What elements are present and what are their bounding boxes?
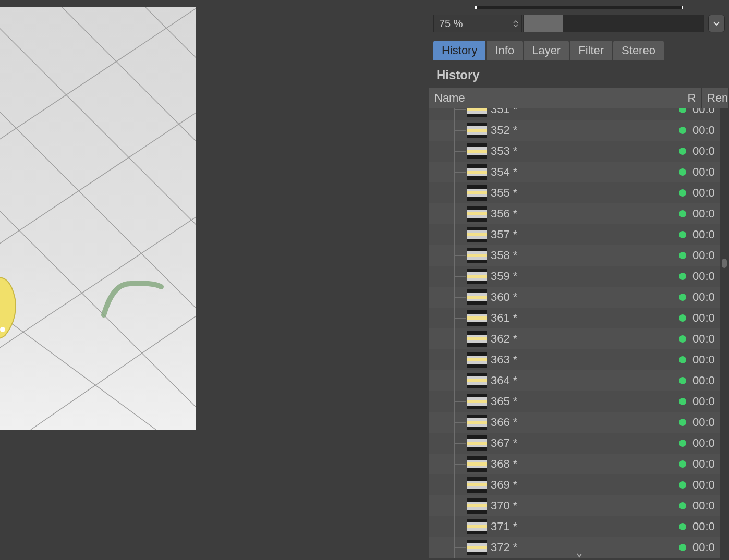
zoom-spinner[interactable] xyxy=(513,20,518,27)
tab-layer[interactable]: Layer xyxy=(524,41,569,60)
tree-lines xyxy=(429,224,467,245)
tree-lines xyxy=(429,495,467,516)
frame-name: 366 * xyxy=(490,416,673,429)
history-row[interactable]: 369 *00:0 xyxy=(429,474,720,495)
tree-lines xyxy=(429,474,467,495)
render-viewport[interactable] xyxy=(0,0,429,560)
history-row[interactable]: 355 *00:0 xyxy=(429,182,720,203)
zoom-slider[interactable] xyxy=(523,15,704,32)
tab-bar: History Info Layer Filter Stereo xyxy=(429,36,729,60)
frame-name: 371 * xyxy=(490,520,673,533)
svg-line-9 xyxy=(31,315,196,430)
zoom-value: 75 % xyxy=(439,18,463,30)
history-row[interactable]: 356 *00:0 xyxy=(429,203,720,224)
status-dot-icon xyxy=(679,502,686,509)
scrollbar-thumb[interactable] xyxy=(722,259,727,268)
frame-status xyxy=(673,502,692,509)
frame-name: 370 * xyxy=(490,499,673,513)
history-row[interactable]: 365 *00:0 xyxy=(429,391,720,412)
svg-line-6 xyxy=(0,7,196,153)
frame-time: 00:0 xyxy=(692,124,720,137)
frame-status xyxy=(673,108,692,113)
frame-time: 00:0 xyxy=(692,374,720,387)
tab-filter[interactable]: Filter xyxy=(570,41,612,60)
history-row[interactable]: 363 *00:0 xyxy=(429,349,720,370)
tree-lines xyxy=(429,141,467,162)
frame-status xyxy=(673,419,692,426)
frame-status xyxy=(673,544,692,551)
frame-time: 00:0 xyxy=(692,478,720,492)
status-dot-icon xyxy=(679,398,686,405)
scrollbar[interactable] xyxy=(720,108,729,560)
history-row[interactable]: 352 *00:0 xyxy=(429,120,720,141)
tree-lines xyxy=(429,308,467,328)
tree-lines xyxy=(429,412,467,433)
history-row[interactable]: 371 *00:0 xyxy=(429,516,720,537)
status-dot-icon xyxy=(679,168,686,176)
history-row[interactable]: 354 *00:0 xyxy=(429,162,720,182)
status-dot-icon xyxy=(679,127,686,134)
status-dot-icon xyxy=(679,356,686,363)
frame-status xyxy=(673,398,692,405)
scroll-down-button[interactable] xyxy=(429,551,729,560)
chevron-up-icon[interactable] xyxy=(513,20,518,23)
frame-status xyxy=(673,440,692,447)
svg-line-4 xyxy=(0,190,196,409)
header-r[interactable]: R xyxy=(682,88,702,108)
frame-name: 362 * xyxy=(490,332,673,346)
frame-status xyxy=(673,231,692,238)
frame-name: 363 * xyxy=(490,353,673,367)
tab-history[interactable]: History xyxy=(433,41,485,60)
history-row[interactable]: 362 *00:0 xyxy=(429,328,720,349)
status-dot-icon xyxy=(679,189,686,197)
history-row[interactable]: 353 *00:0 xyxy=(429,141,720,162)
header-rendertime[interactable]: Rend xyxy=(702,88,729,108)
frame-status xyxy=(673,481,692,489)
status-dot-icon xyxy=(679,252,686,259)
frame-name: 360 * xyxy=(490,290,673,304)
history-row[interactable]: 358 *00:0 xyxy=(429,245,720,266)
svg-line-8 xyxy=(0,216,196,362)
status-dot-icon xyxy=(679,148,686,155)
history-row[interactable]: 367 *00:0 xyxy=(429,433,720,454)
tab-info[interactable]: Info xyxy=(487,41,523,60)
zoom-input[interactable]: 75 % xyxy=(433,15,522,32)
frame-thumbnail xyxy=(467,331,487,347)
history-row[interactable]: 360 *00:0 xyxy=(429,287,720,308)
frame-time: 00:0 xyxy=(692,332,720,346)
zoom-slider-fill xyxy=(524,15,563,32)
history-row[interactable]: 357 *00:0 xyxy=(429,224,720,245)
status-dot-icon xyxy=(679,231,686,238)
frame-status xyxy=(673,148,692,155)
tree-lines xyxy=(429,433,467,454)
status-dot-icon xyxy=(679,210,686,217)
frame-thumbnail xyxy=(467,123,487,138)
tree-lines xyxy=(429,370,467,391)
frame-thumbnail xyxy=(467,289,487,305)
frame-status xyxy=(673,377,692,384)
frame-time: 00:0 xyxy=(692,249,720,262)
panel-menu-button[interactable] xyxy=(708,15,725,32)
tree-lines xyxy=(429,162,467,182)
tree-lines xyxy=(429,328,467,349)
frame-thumbnail xyxy=(467,352,487,368)
chevron-down-icon[interactable] xyxy=(513,24,518,27)
history-row[interactable]: 351 *00:0 xyxy=(429,108,720,120)
status-dot-icon xyxy=(679,460,686,468)
navigator-thumbnail[interactable] xyxy=(475,6,683,9)
tab-stereo[interactable]: Stereo xyxy=(613,41,664,60)
tree-lines xyxy=(429,516,467,537)
history-row[interactable]: 364 *00:0 xyxy=(429,370,720,391)
history-row[interactable]: 359 *00:0 xyxy=(429,266,720,287)
history-row[interactable]: 361 *00:0 xyxy=(429,308,720,328)
frame-thumbnail xyxy=(467,227,487,242)
history-row[interactable]: 366 *00:0 xyxy=(429,412,720,433)
tree-lines xyxy=(429,454,467,474)
frame-time: 00:0 xyxy=(692,228,720,241)
header-name[interactable]: Name xyxy=(429,88,682,108)
frame-thumbnail xyxy=(467,108,487,117)
frame-time: 00:0 xyxy=(692,520,720,533)
frame-status xyxy=(673,335,692,343)
history-row[interactable]: 368 *00:0 xyxy=(429,454,720,474)
history-row[interactable]: 370 *00:0 xyxy=(429,495,720,516)
